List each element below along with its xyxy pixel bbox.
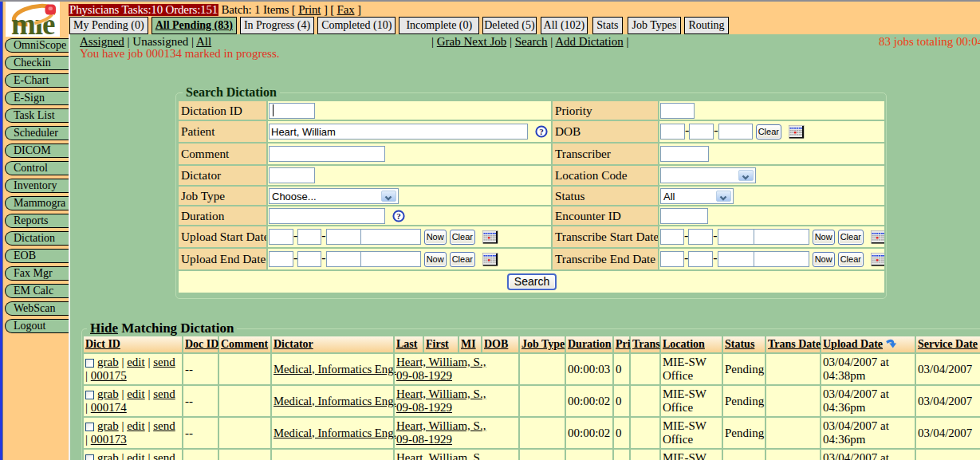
svg-text:?: ? [539, 127, 544, 136]
svg-text:?: ? [396, 211, 401, 221]
